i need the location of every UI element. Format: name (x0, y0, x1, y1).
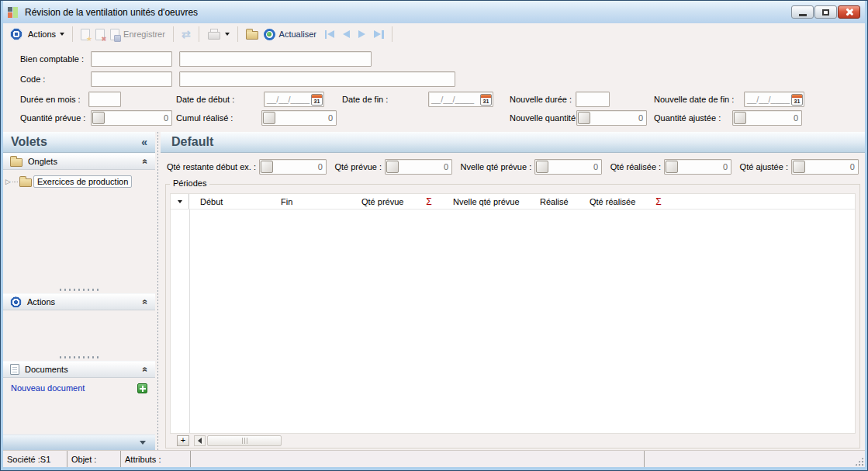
printer-icon (207, 29, 220, 40)
cumul-realise-input[interactable]: 0 (261, 110, 337, 126)
delete-record-button[interactable] (95, 29, 105, 40)
onglets-label: Onglets (28, 157, 57, 166)
quantite-prevue-lookup-button[interactable] (92, 112, 105, 124)
bien-comptable-code-input[interactable] (91, 51, 172, 67)
quantities-row: Qté restante début ex. : 0 Qté prévue : … (161, 153, 865, 181)
col-fin[interactable]: Fin (270, 197, 351, 206)
col-qte-prevue[interactable]: Qté prévue (351, 197, 416, 206)
nav-previous-button[interactable] (343, 30, 350, 38)
nouvelle-quantite-input[interactable]: 0 (576, 110, 647, 126)
nouvelle-duree-input[interactable] (576, 92, 610, 107)
col-nvelle-qte-prevue[interactable]: Nvelle qté prévue (442, 197, 529, 206)
calendar-icon[interactable]: 31 (480, 94, 492, 106)
documents-section-body: Nouveau document (3, 378, 155, 398)
qte-restante-input[interactable]: 0 (259, 159, 327, 175)
qte-ajustee-lookup-button[interactable] (793, 161, 805, 173)
qte-realisee-input[interactable]: 0 (664, 159, 731, 175)
save-button[interactable]: Enregistrer (110, 29, 165, 40)
add-document-button[interactable] (137, 383, 147, 393)
document-icon (10, 364, 19, 375)
print-button[interactable] (207, 29, 220, 40)
qte-ajustee-input[interactable]: 0 (791, 159, 859, 175)
add-row-button[interactable]: + (177, 435, 189, 446)
statusbar-societe: Société :S1 (3, 451, 67, 467)
code-label: Code : (20, 71, 45, 87)
quantite-ajustee-lookup-button[interactable] (734, 112, 746, 124)
quantite-ajustee-label: Quantité ajustée : (654, 110, 721, 126)
actualiser-label: Actualiser (279, 29, 316, 39)
code-input[interactable] (91, 71, 172, 87)
cumul-realise-lookup-button[interactable] (263, 112, 275, 124)
col-debut[interactable]: Début (189, 197, 270, 206)
date-debut-input[interactable]: __/__/____ 31 (264, 92, 324, 107)
qte-prevue-lookup-button[interactable] (386, 161, 399, 173)
actualiser-button[interactable]: Actualiser (264, 29, 316, 40)
bien-comptable-name-input[interactable] (179, 51, 372, 67)
statusbar-attributs: Attributs : (121, 451, 191, 467)
qte-prevue-group: Qté prévue : 0 (334, 159, 452, 175)
onglets-collapse-icon[interactable]: « (140, 159, 151, 165)
code-description-input[interactable] (179, 71, 455, 87)
grid-body[interactable] (171, 210, 855, 433)
refresh-button[interactable] (182, 28, 191, 40)
refresh-icon (182, 28, 191, 40)
date-fin-input[interactable]: __/__/____ 31 (428, 92, 493, 107)
col-realise[interactable]: Réalisé (529, 197, 579, 206)
sidebar-scroll-down-icon[interactable] (140, 441, 146, 445)
col-sigma-1[interactable]: Σ (416, 196, 442, 207)
open-folder-button[interactable] (246, 29, 258, 40)
documents-collapse-icon[interactable]: « (140, 367, 151, 372)
section-actions-header[interactable]: Actions « (3, 293, 155, 310)
sidebar-splitter[interactable] (3, 354, 155, 361)
volets-title: Volets (11, 135, 47, 149)
tree-expander-icon[interactable]: ▷ (5, 178, 11, 185)
qte-restante-lookup-button[interactable] (261, 161, 273, 173)
volets-collapse-icon[interactable]: « (141, 136, 147, 148)
calendar-day-label: 31 (314, 98, 320, 105)
statusbar-objet: Objet : (67, 451, 121, 467)
actions-collapse-icon[interactable]: « (140, 300, 151, 305)
cumul-realise-value: 0 (328, 113, 333, 123)
nvelle-qte-prevue-lookup-button[interactable] (536, 161, 548, 173)
main-panel: Default Qté restante début ex. : 0 Qté p… (161, 132, 865, 450)
col-qte-realisee[interactable]: Qté réalisée (579, 197, 647, 206)
panel-splitter[interactable] (155, 132, 161, 450)
nav-next-button[interactable] (358, 30, 365, 38)
print-options-button[interactable] (225, 33, 230, 36)
hscroll-left-button[interactable] (194, 435, 206, 446)
section-onglets-header[interactable]: Onglets « (3, 153, 155, 170)
tree-item-label[interactable]: Exercices de production (33, 175, 132, 188)
nvelle-qte-prevue-input[interactable]: 0 (534, 159, 602, 175)
nvelle-qte-prevue-label: Nvelle qté prévue : (460, 162, 531, 171)
tree-item-exercices[interactable]: ▷ Exercices de production (5, 175, 153, 188)
tree-connector (12, 182, 18, 182)
quantite-ajustee-input[interactable]: 0 (732, 110, 802, 126)
quantite-prevue-label: Quantité prévue : (20, 110, 85, 126)
section-documents-header[interactable]: Documents « (3, 361, 155, 378)
documents-section-label: Documents (25, 365, 68, 374)
nav-last-button[interactable] (374, 30, 384, 39)
toolbar-separator (392, 26, 393, 42)
sidebar-splitter[interactable] (3, 286, 155, 293)
close-button[interactable] (838, 5, 860, 19)
maximize-button[interactable] (814, 5, 837, 19)
nav-first-button[interactable] (325, 30, 335, 39)
calendar-icon[interactable]: 31 (791, 94, 803, 106)
calendar-icon[interactable]: 31 (311, 94, 323, 106)
date-fin-placeholder: __/__/____ (431, 95, 474, 104)
nouvelle-date-fin-label: Nouvelle date de fin : (654, 92, 734, 107)
nouvelle-quantite-lookup-button[interactable] (578, 112, 590, 124)
hscroll-thumb[interactable] (207, 435, 282, 446)
col-sigma-2[interactable]: Σ (647, 196, 670, 207)
actions-menu-button[interactable]: Actions (28, 29, 64, 39)
qte-realisee-lookup-button[interactable] (666, 161, 678, 173)
nouveau-document-link[interactable]: Nouveau document (11, 383, 85, 393)
nouvelle-date-fin-input[interactable]: __/__/____ 31 (744, 92, 804, 107)
row-selector-header[interactable] (171, 194, 189, 209)
quantite-prevue-input[interactable]: 0 (91, 110, 172, 126)
new-record-button[interactable] (81, 29, 90, 40)
minimize-button[interactable] (791, 5, 814, 19)
duree-en-mois-input[interactable] (88, 92, 121, 107)
qte-prevue-input[interactable]: 0 (385, 159, 452, 175)
window-title: Révision de la ventilation unités d'oeuv… (25, 7, 198, 18)
